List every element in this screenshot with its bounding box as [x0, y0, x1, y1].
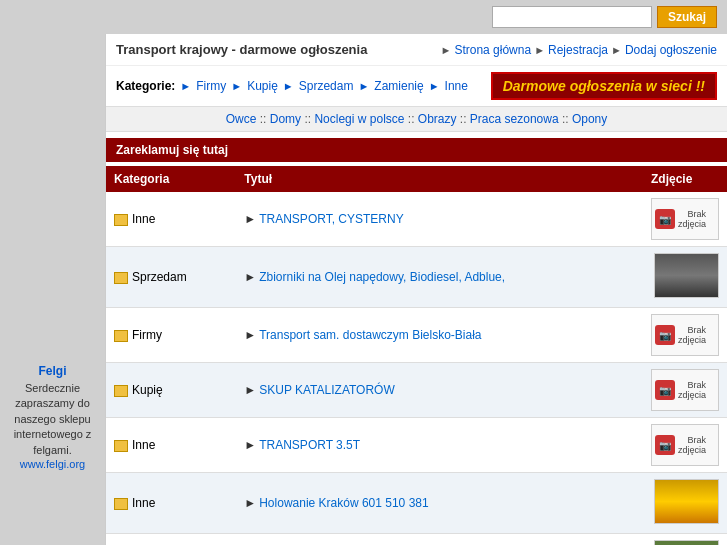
photo-thumb — [654, 253, 719, 298]
col-tytul: Tytuł — [236, 166, 643, 192]
cell-title: ►KARCHER — [236, 534, 643, 546]
quick-links: Owce :: Domy :: Noclegi w polsce :: Obra… — [106, 106, 727, 132]
camera-icon — [655, 325, 675, 345]
cat-link-sprzedam[interactable]: Sprzedam — [299, 79, 354, 93]
cell-title: ►Zbiorniki na Olej napędowy, Biodiesel, … — [236, 247, 643, 308]
categories-label: Kategorie: — [116, 79, 175, 93]
cell-title: ►SKUP KATALIZATORÓW — [236, 363, 643, 418]
cell-photo: Brakzdjęcia — [643, 192, 727, 247]
sidebar-text: Serdecznie zapraszamy do naszego sklepu … — [8, 381, 97, 458]
cell-photo: Brakzdjęcia — [643, 308, 727, 363]
nav-register[interactable]: Rejestracja — [548, 43, 608, 57]
listing-link[interactable]: TRANSPORT 3.5T — [259, 438, 360, 452]
table-row: Firmy►Transport sam. dostawczym Bielsko-… — [106, 308, 727, 363]
no-photo-label: Brakzdjęcia — [678, 380, 706, 400]
cell-category: Firmy — [106, 534, 236, 546]
listing-link[interactable]: SKUP KATALIZATORÓW — [259, 383, 395, 397]
cat-arrow-3: ► — [358, 80, 369, 92]
cat-arrow-4: ► — [429, 80, 440, 92]
ql-owce[interactable]: Owce — [226, 112, 257, 126]
table-header-row: Kategoria Tytuł Zdjęcie — [106, 166, 727, 192]
folder-icon — [114, 214, 128, 226]
folder-icon — [114, 440, 128, 452]
no-photo-label: Brakzdjęcia — [678, 325, 706, 345]
folder-icon — [114, 272, 128, 284]
sidebar-title: Felgi — [8, 364, 97, 378]
camera-icon — [655, 435, 675, 455]
cell-category: Inne — [106, 473, 236, 534]
listing-link[interactable]: Transport sam. dostawczym Bielsko-Biała — [259, 328, 481, 342]
listing-link[interactable]: Holowanie Kraków 601 510 381 — [259, 496, 428, 510]
cell-title: ►Transport sam. dostawczym Bielsko-Biała — [236, 308, 643, 363]
col-kategoria: Kategoria — [106, 166, 236, 192]
col-zdjecie: Zdjęcie — [643, 166, 727, 192]
cell-photo — [643, 247, 727, 308]
promo-banner: Darmowe ogłoszenia w sieci !! — [491, 72, 717, 100]
listings-table: Kategoria Tytuł Zdjęcie Inne►TRANSPORT, … — [106, 166, 727, 545]
ql-praca[interactable]: Praca sezonowa — [470, 112, 559, 126]
nav-home[interactable]: Strona główna — [454, 43, 531, 57]
nav-links: ► Strona główna ► Rejestracja ► Dodaj og… — [438, 43, 717, 57]
no-photo: Brakzdjęcia — [651, 424, 719, 466]
sidebar: Felgi Serdecznie zapraszamy do naszego s… — [0, 34, 105, 545]
search-button[interactable]: Szukaj — [657, 6, 717, 28]
folder-icon — [114, 385, 128, 397]
cell-photo: Brakzdjęcia — [643, 418, 727, 473]
cat-link-zamienie[interactable]: Zamienię — [374, 79, 423, 93]
camera-icon — [655, 380, 675, 400]
cell-category: Inne — [106, 418, 236, 473]
table-row: Sprzedam►Zbiorniki na Olej napędowy, Bio… — [106, 247, 727, 308]
arrow-icon: ► — [244, 270, 256, 284]
arrow-icon: ► — [244, 328, 256, 342]
cat-arrow-2: ► — [283, 80, 294, 92]
camera-icon — [655, 209, 675, 229]
cat-arrow-1: ► — [231, 80, 242, 92]
ql-domy[interactable]: Domy — [270, 112, 301, 126]
cell-category: Sprzedam — [106, 247, 236, 308]
nav-sep-2: ► — [611, 44, 622, 56]
table-row: Kupię►SKUP KATALIZATORÓWBrakzdjęcia — [106, 363, 727, 418]
main-wrapper: Felgi Serdecznie zapraszamy do naszego s… — [0, 34, 727, 545]
cell-photo — [643, 534, 727, 546]
main-content: Transport krajowy - darmowe ogłoszenia ►… — [105, 34, 727, 545]
photo-thumb — [654, 479, 719, 524]
folder-icon — [114, 330, 128, 342]
cat-link-firmy[interactable]: Firmy — [196, 79, 226, 93]
table-row: Inne►Holowanie Kraków 601 510 381 — [106, 473, 727, 534]
cell-title: ►TRANSPORT 3.5T — [236, 418, 643, 473]
site-title: Transport krajowy - darmowe ogłoszenia — [116, 42, 367, 57]
no-photo-label: Brakzdjęcia — [678, 435, 706, 455]
search-input[interactable] — [492, 6, 652, 28]
nav-add[interactable]: Dodaj ogłoszenie — [625, 43, 717, 57]
top-search-bar: Szukaj — [0, 0, 727, 34]
advertise-bar: Zareklamuj się tutaj — [106, 138, 727, 162]
listing-link[interactable]: TRANSPORT, CYSTERNY — [259, 212, 403, 226]
table-row: Inne►TRANSPORT 3.5TBrakzdjęcia — [106, 418, 727, 473]
nav-sep-1: ► — [534, 44, 545, 56]
listing-link[interactable]: Zbiorniki na Olej napędowy, Biodiesel, A… — [259, 270, 505, 284]
cell-title: ►TRANSPORT, CYSTERNY — [236, 192, 643, 247]
nav-arrow-1: ► — [441, 44, 452, 56]
cell-category: Inne — [106, 192, 236, 247]
cell-photo — [643, 473, 727, 534]
cat-arrow-0: ► — [180, 80, 191, 92]
arrow-icon: ► — [244, 496, 256, 510]
no-photo-label: Brakzdjęcia — [678, 209, 706, 229]
no-photo: Brakzdjęcia — [651, 198, 719, 240]
categories-bar: Kategorie: ► Firmy ► Kupię ► Sprzedam ► … — [106, 65, 727, 106]
arrow-icon: ► — [244, 212, 256, 226]
ql-opony[interactable]: Opony — [572, 112, 607, 126]
cat-link-kupie[interactable]: Kupię — [247, 79, 278, 93]
no-photo: Brakzdjęcia — [651, 369, 719, 411]
sidebar-link[interactable]: www.felgi.org — [20, 458, 85, 470]
cell-title: ►Holowanie Kraków 601 510 381 — [236, 473, 643, 534]
table-row: Firmy►KARCHER — [106, 534, 727, 546]
cat-link-inne[interactable]: Inne — [445, 79, 468, 93]
ql-noclegi[interactable]: Noclegi w polsce — [314, 112, 404, 126]
arrow-icon: ► — [244, 438, 256, 452]
arrow-icon: ► — [244, 383, 256, 397]
ql-obrazy[interactable]: Obrazy — [418, 112, 457, 126]
cell-photo: Brakzdjęcia — [643, 363, 727, 418]
cell-category: Firmy — [106, 308, 236, 363]
cell-category: Kupię — [106, 363, 236, 418]
